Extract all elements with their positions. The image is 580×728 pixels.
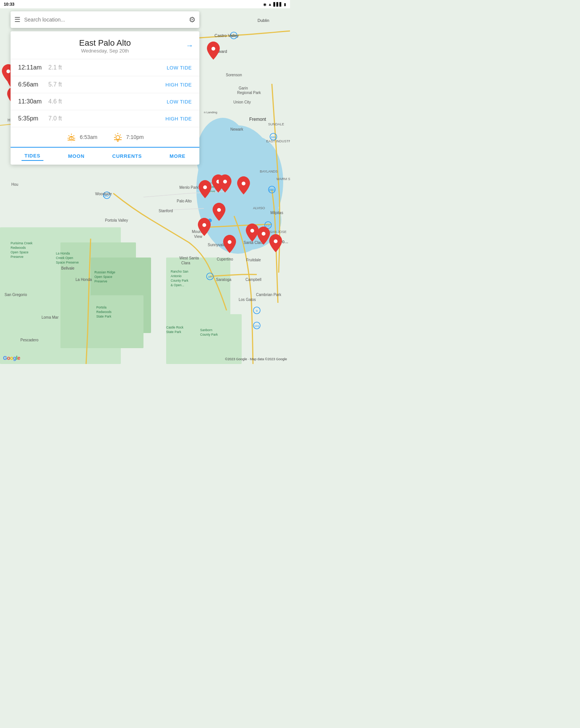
tide-height: 7.0 ft — [48, 115, 165, 122]
tide-time: 6:56am — [18, 81, 48, 88]
tab-more[interactable]: MORE — [167, 152, 188, 160]
svg-line-119 — [69, 136, 69, 136]
svg-text:West Santa: West Santa — [179, 256, 199, 260]
svg-text:Portola Valley: Portola Valley — [105, 218, 128, 222]
svg-text:Regional Park: Regional Park — [237, 91, 261, 95]
google-logo: Google — [3, 355, 20, 361]
svg-text:County Park: County Park — [171, 279, 189, 282]
svg-text:San Gregorio: San Gregorio — [5, 293, 27, 297]
signal-icon: ▋▋▋ — [273, 2, 282, 6]
svg-text:Redwoods: Redwoods — [11, 246, 26, 250]
svg-text:Sanborn: Sanborn — [200, 328, 212, 332]
tide-height: 5.7 ft — [48, 81, 165, 88]
search-bar: ☰ ⚙ — [11, 11, 199, 28]
sunrise-item: 6:53am — [66, 132, 97, 142]
svg-text:9: 9 — [256, 309, 258, 313]
svg-point-110 — [274, 239, 278, 243]
tide-row: 12:11am 2.1 ft LOW TIDE — [11, 59, 199, 76]
svg-line-129 — [120, 135, 121, 136]
sun-row: 6:53am 7:10pm — [11, 127, 199, 148]
tide-label: LOW TIDE — [167, 65, 192, 71]
navigate-arrow[interactable]: → — [186, 41, 193, 49]
svg-line-128 — [115, 135, 116, 136]
tide-time: 5:35pm — [18, 115, 48, 122]
svg-text:Sorenson: Sorenson — [226, 73, 242, 77]
svg-text:Russian Ridge: Russian Ridge — [94, 270, 116, 274]
svg-text:County Park: County Park — [200, 333, 218, 336]
svg-text:Preserve: Preserve — [94, 279, 107, 283]
svg-text:Campbell: Campbell — [245, 278, 261, 282]
svg-text:EAST INDUSTRIAL: EAST INDUSTRIAL — [266, 139, 290, 143]
svg-text:BAYLANDS: BAYLANDS — [260, 170, 278, 173]
card-header: East Palo Alto Wednesday, Sep 20th → — [11, 31, 199, 59]
tide-row: 11:30am 4.6 ft LOW TIDE — [11, 93, 199, 110]
svg-text:State Park: State Park — [166, 330, 181, 334]
svg-text:WARM SPRINGS: WARM SPRINGS — [276, 177, 290, 181]
svg-point-107 — [228, 240, 231, 244]
location-date: Wednesday, Sep 20th — [79, 48, 131, 54]
tide-label: LOW TIDE — [167, 99, 192, 105]
sunrise-icon — [66, 132, 77, 142]
svg-text:Newark: Newark — [230, 127, 244, 131]
map-attribution: ©2023 Google · Map data ©2023 Google — [225, 357, 287, 361]
tide-time: 11:30am — [18, 98, 48, 105]
tab-currents[interactable]: CURRENTS — [109, 152, 145, 160]
tide-height: 2.1 ft — [48, 64, 167, 71]
svg-text:Saratoga: Saratoga — [216, 278, 231, 282]
svg-point-109 — [262, 232, 265, 236]
tide-height: 4.6 ft — [48, 98, 167, 105]
svg-text:Portola: Portola — [96, 305, 106, 309]
svg-point-108 — [250, 229, 254, 233]
tide-row: 6:56am 5.7 ft HIGH TIDE — [11, 76, 199, 93]
search-input[interactable] — [24, 17, 189, 23]
svg-text:101: 101 — [254, 324, 259, 328]
svg-text:Antonio: Antonio — [171, 274, 182, 278]
svg-text:Union City: Union City — [233, 100, 251, 104]
svg-text:880: 880 — [269, 188, 275, 192]
svg-rect-4 — [91, 295, 143, 348]
svg-text:237: 237 — [265, 224, 271, 227]
svg-text:Stanford: Stanford — [159, 209, 173, 213]
svg-text:Dublin: Dublin — [258, 18, 269, 23]
svg-text:Purisima Creek: Purisima Creek — [11, 241, 33, 245]
tab-moon[interactable]: MOON — [65, 152, 88, 160]
svg-text:Hou: Hou — [11, 182, 18, 187]
svg-point-96 — [211, 47, 215, 51]
tide-label: HIGH TIDE — [165, 116, 192, 122]
location-icon: ◉ — [263, 2, 267, 6]
svg-text:Open Space: Open Space — [94, 275, 113, 279]
tide-rows: 12:11am 2.1 ft LOW TIDE 6:56am 5.7 ft HI… — [11, 59, 199, 127]
svg-text:Los Gatos: Los Gatos — [239, 298, 256, 302]
svg-text:Cupertino: Cupertino — [217, 257, 233, 261]
svg-text:ALVISO: ALVISO — [253, 206, 265, 210]
status-icons: ◉ ▲ ▋▋▋ ▮ — [263, 2, 286, 6]
svg-text:Bellvale: Bellvale — [61, 266, 74, 270]
svg-text:Cambrian Park: Cambrian Park — [256, 293, 282, 297]
svg-text:85: 85 — [208, 275, 212, 279]
svg-text:Preserve: Preserve — [11, 255, 23, 259]
svg-text:Open Space: Open Space — [11, 250, 29, 254]
svg-point-104 — [242, 182, 245, 185]
svg-text:La Honda: La Honda — [56, 251, 70, 255]
tide-time: 12:11am — [18, 64, 48, 71]
svg-text:Milpitas: Milpitas — [270, 211, 283, 215]
tide-label: HIGH TIDE — [165, 82, 192, 88]
svg-text:Castro Valley: Castro Valley — [214, 33, 239, 38]
sunset-item: 7:10pm — [113, 132, 144, 142]
svg-text:n Landing: n Landing — [204, 111, 217, 114]
svg-point-103 — [223, 180, 227, 184]
svg-text:Palo Alto: Palo Alto — [177, 199, 192, 203]
menu-icon[interactable]: ☰ — [14, 15, 20, 24]
svg-text:Fruitdale: Fruitdale — [246, 258, 261, 262]
svg-text:View: View — [194, 234, 202, 239]
settings-icon[interactable]: ⚙ — [189, 15, 196, 24]
tab-tides[interactable]: TIDES — [22, 151, 43, 161]
svg-text:Fremont: Fremont — [249, 117, 266, 122]
svg-text:Pescadero: Pescadero — [20, 338, 39, 342]
sunset-icon — [113, 132, 123, 142]
svg-text:Garin: Garin — [239, 86, 248, 90]
svg-line-121 — [74, 136, 74, 136]
tide-row: 5:35pm 7.0 ft HIGH TIDE — [11, 110, 199, 127]
sunrise-time: 6:53am — [80, 134, 97, 140]
status-bar: 10:33 ◉ ▲ ▋▋▋ ▮ — [0, 0, 290, 8]
